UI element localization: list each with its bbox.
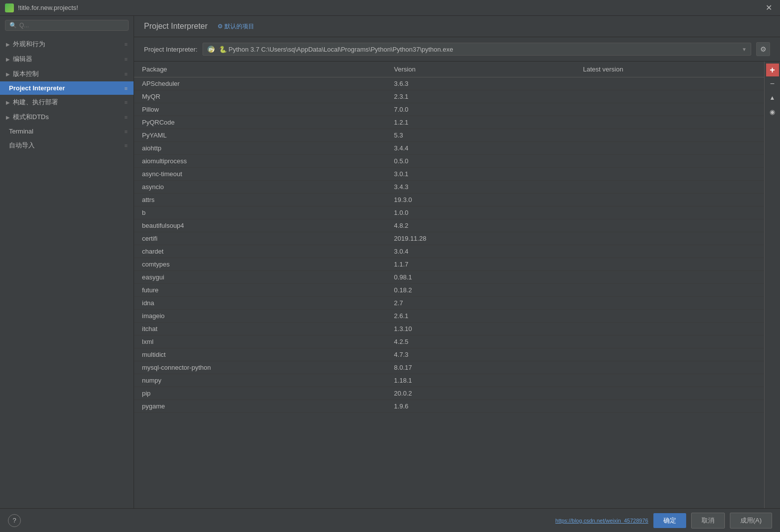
footer-url[interactable]: https://blog.csdn.net/weixin_45728976: [556, 518, 648, 524]
table-row[interactable]: aiomultiprocess 0.5.0: [134, 155, 764, 168]
pkg-name: imageio: [134, 310, 386, 323]
sidebar-item-build[interactable]: ▶ 构建、执行部署 ≡: [0, 95, 134, 110]
table-row[interactable]: pygame 1.9.6: [134, 400, 764, 413]
pkg-latest: [575, 258, 764, 271]
table-row[interactable]: async-timeout 3.0.1: [134, 168, 764, 181]
table-row[interactable]: imageio 2.6.1: [134, 310, 764, 323]
col-header-latest[interactable]: Latest version: [575, 62, 764, 77]
pkg-version: 0.18.2: [386, 284, 575, 297]
content-header: Project Interpreter ⚙ 默认的项目: [134, 16, 780, 37]
table-row[interactable]: lxml 4.2.5: [134, 335, 764, 348]
table-row[interactable]: MyQR 2.3.1: [134, 90, 764, 103]
interpreter-label: Project Interpreter:: [144, 46, 198, 53]
upgrade-package-button[interactable]: ▲: [766, 91, 779, 104]
pkg-name: attrs: [134, 194, 386, 206]
table-row[interactable]: beautifulsoup4 4.8.2: [134, 219, 764, 232]
pkg-version: 3.6.3: [386, 77, 575, 90]
search-icon: 🔍: [9, 22, 17, 29]
sidebar-item-project-interpreter[interactable]: Project Interpreter ≡: [0, 81, 134, 95]
confirm-button[interactable]: 确定: [653, 513, 686, 528]
table-row[interactable]: aiohttp 3.4.4: [134, 142, 764, 155]
table-row[interactable]: attrs 19.3.0: [134, 194, 764, 206]
table-row[interactable]: future 0.18.2: [134, 284, 764, 297]
interpreter-select[interactable]: Py 🐍 Python 3.7 C:\Users\sq\AppData\Loca…: [203, 43, 751, 56]
pkg-latest: [575, 348, 764, 361]
table-row[interactable]: numpy 1.18.1: [134, 374, 764, 387]
pkg-name: future: [134, 284, 386, 297]
pkg-latest: [575, 168, 764, 181]
nav-arrow-icon: ▶: [6, 115, 10, 120]
pkg-version: 2019.11.28: [386, 232, 575, 245]
sidebar-item-auto-import[interactable]: 自动导入 ≡: [0, 138, 134, 153]
pkg-version: 1.1.7: [386, 258, 575, 271]
pkg-name: numpy: [134, 374, 386, 387]
remove-package-button[interactable]: −: [766, 77, 779, 90]
pkg-name: certifi: [134, 232, 386, 245]
table-row[interactable]: pip 20.0.2: [134, 387, 764, 400]
col-header-version[interactable]: Version: [386, 62, 575, 77]
table-row[interactable]: PyYAML 5.3: [134, 129, 764, 142]
interpreter-settings-button[interactable]: ⚙: [756, 42, 770, 56]
nav-item-icon: ≡: [125, 114, 128, 120]
pkg-version: 8.0.17: [386, 361, 575, 374]
pkg-version: 3.4.4: [386, 142, 575, 155]
sidebar: 🔍 ▶ 外观和行为 ≡ ▶ 编辑器 ≡ ▶ 版本控制 ≡ Project Int…: [0, 16, 134, 508]
table-row[interactable]: itchat 1.3.10: [134, 323, 764, 335]
table-row[interactable]: comtypes 1.1.7: [134, 258, 764, 271]
eye-button[interactable]: ◉: [766, 105, 779, 118]
nav-item-icon: ≡: [125, 56, 128, 62]
pkg-name: aiohttp: [134, 142, 386, 155]
pkg-name: beautifulsoup4: [134, 219, 386, 232]
search-box[interactable]: 🔍: [5, 20, 129, 31]
close-button[interactable]: ✕: [763, 3, 775, 12]
table-row[interactable]: Pillow 7.0.0: [134, 103, 764, 116]
add-package-button[interactable]: +: [766, 64, 779, 76]
pkg-version: 0.98.1: [386, 271, 575, 284]
pkg-latest: [575, 116, 764, 129]
pkg-latest: [575, 245, 764, 258]
sidebar-item-vcs[interactable]: ▶ 版本控制 ≡: [0, 66, 134, 81]
pkg-latest: [575, 400, 764, 413]
nav-arrow-icon: ▶: [6, 42, 10, 47]
breadcrumb[interactable]: ⚙ 默认的项目: [217, 22, 254, 37]
pkg-name: MyQR: [134, 90, 386, 103]
pkg-name: pip: [134, 387, 386, 400]
pkg-name: multidict: [134, 348, 386, 361]
pkg-version: 2.3.1: [386, 90, 575, 103]
table-row[interactable]: certifi 2019.11.28: [134, 232, 764, 245]
sidebar-item-schema[interactable]: ▶ 模式和DTDs ≡: [0, 110, 134, 125]
apply-button[interactable]: 成用(A): [730, 513, 772, 529]
sidebar-item-appearance[interactable]: ▶ 外观和行为 ≡: [0, 37, 134, 52]
page-title: Project Interpreter: [144, 22, 208, 37]
table-row[interactable]: mysql-connector-python 8.0.17: [134, 361, 764, 374]
nav-item-icon: ≡: [125, 41, 128, 47]
nav-item-label: 版本控制: [13, 69, 125, 78]
pkg-latest: [575, 90, 764, 103]
table-row[interactable]: easygui 0.98.1: [134, 271, 764, 284]
table-row[interactable]: b 1.0.0: [134, 206, 764, 219]
table-row[interactable]: chardet 3.0.4: [134, 245, 764, 258]
cancel-button[interactable]: 取消: [691, 513, 725, 529]
col-header-package[interactable]: Package: [134, 62, 386, 77]
sidebar-item-terminal[interactable]: Terminal ≡: [0, 125, 134, 138]
help-button[interactable]: ?: [8, 514, 21, 527]
pkg-name: APScheduler: [134, 77, 386, 90]
pkg-latest: [575, 206, 764, 219]
table-area: Package Version Latest version APSchedul…: [134, 62, 780, 508]
table-row[interactable]: idna 2.7: [134, 297, 764, 310]
pkg-latest: [575, 323, 764, 335]
table-row[interactable]: APScheduler 3.6.3: [134, 77, 764, 90]
table-row[interactable]: PyQRCode 1.2.1: [134, 116, 764, 129]
pkg-name: async-timeout: [134, 168, 386, 181]
pkg-latest: [575, 387, 764, 400]
pkg-latest: [575, 219, 764, 232]
sidebar-item-editor[interactable]: ▶ 编辑器 ≡: [0, 52, 134, 66]
search-input[interactable]: [19, 22, 124, 29]
table-row[interactable]: asyncio 3.4.3: [134, 181, 764, 194]
pkg-latest: [575, 77, 764, 90]
table-row[interactable]: multidict 4.7.3: [134, 348, 764, 361]
pkg-version: 4.8.2: [386, 219, 575, 232]
table-wrapper: Package Version Latest version APSchedul…: [134, 62, 764, 508]
pkg-latest: [575, 271, 764, 284]
pkg-version: 1.18.1: [386, 374, 575, 387]
